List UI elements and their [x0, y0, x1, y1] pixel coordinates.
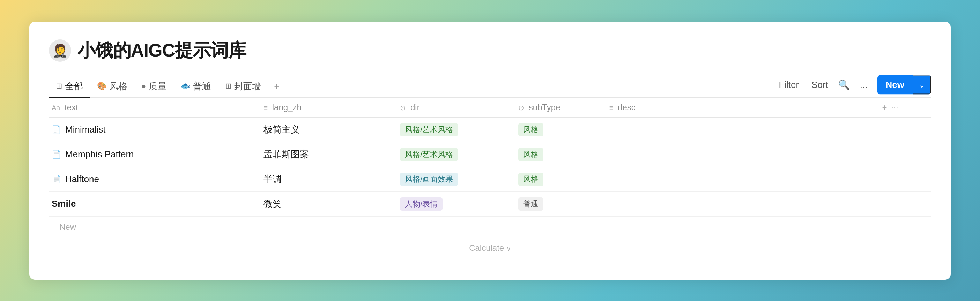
tab-cover[interactable]: ⊞ 封面墙 — [218, 75, 268, 97]
dir-tag: 风格/画面效果 — [400, 173, 458, 186]
row-text-value: Memphis Pattern — [65, 149, 134, 160]
header-add-actions: + ··· — [882, 103, 926, 112]
col-header-desc: ≡ desc — [604, 98, 877, 117]
apps-icon: ⊞ — [225, 82, 231, 91]
tab-add-button[interactable]: + — [268, 76, 285, 97]
new-main-button[interactable]: New — [877, 75, 913, 95]
subtype-tag: 风格 — [518, 173, 543, 186]
fish-icon: 🐟 — [181, 82, 190, 91]
more-options-button[interactable]: ... — [857, 78, 870, 92]
doc-icon: 📄 — [52, 125, 61, 134]
doc-icon: 📄 — [52, 175, 61, 184]
circle-icon: ● — [142, 82, 146, 91]
calculate-label: Calculate — [469, 243, 504, 252]
tab-style-label: 风格 — [109, 80, 127, 92]
sort-button[interactable]: Sort — [809, 78, 831, 92]
tab-style[interactable]: 🎨 风格 — [90, 75, 134, 97]
doc-icon: 📄 — [52, 150, 61, 159]
cell-lang-1: 孟菲斯图案 — [258, 142, 395, 167]
grid-icon: ⊞ — [56, 82, 62, 91]
cell-actions-3 — [877, 192, 931, 216]
cell-actions-1 — [877, 142, 931, 167]
table-row[interactable]: 📄Halftone半调风格/画面效果风格 — [49, 167, 931, 192]
cell-desc-0 — [604, 117, 877, 142]
calculate-caret-icon: ∨ — [506, 245, 511, 252]
cell-actions-2 — [877, 167, 931, 192]
main-card: 🤵 小饿的AIGC提示词库 ⊞ 全部 🎨 风格 ● 质量 🐟 普通 ⊞ 封面墙 … — [29, 22, 951, 280]
cell-text-1: 📄Memphis Pattern — [49, 142, 258, 167]
cell-text-0: 📄Minimalist — [49, 117, 258, 142]
calculate-row[interactable]: Calculate ∨ — [49, 238, 931, 258]
cell-desc-3 — [604, 192, 877, 216]
cell-desc-1 — [604, 142, 877, 167]
subtype-tag: 普通 — [518, 197, 543, 211]
row-text-value: Halftone — [65, 174, 99, 184]
cell-dir-0: 风格/艺术风格 — [395, 117, 513, 142]
cell-lang-2: 半调 — [258, 167, 395, 192]
dir-tag: 风格/艺术风格 — [400, 123, 458, 136]
text-type-icon: Aa — [52, 104, 60, 112]
cell-dir-1: 风格/艺术风格 — [395, 142, 513, 167]
add-new-row[interactable]: + New — [49, 217, 931, 238]
tabs-bar: ⊞ 全部 🎨 风格 ● 质量 🐟 普通 ⊞ 封面墙 + Filter Sort … — [49, 75, 931, 98]
cell-dir-3: 人物/表情 — [395, 192, 513, 216]
cell-text-2: 📄Halftone — [49, 167, 258, 192]
avatar: 🤵 — [49, 40, 71, 62]
tab-all[interactable]: ⊞ 全部 — [49, 75, 90, 97]
circle-icon-dir: ⊙ — [400, 104, 406, 112]
filter-button[interactable]: Filter — [776, 78, 802, 92]
list-icon-desc: ≡ — [609, 104, 614, 112]
table-row[interactable]: Smile微笑人物/表情普通 — [49, 192, 931, 216]
row-text-value: Minimalist — [65, 124, 106, 135]
add-new-label: New — [59, 222, 76, 232]
cell-actions-0 — [877, 117, 931, 142]
cell-subtype-2: 风格 — [513, 167, 604, 192]
col-more-button[interactable]: ··· — [891, 103, 898, 112]
tab-cover-label: 封面墙 — [234, 80, 261, 92]
tab-quality[interactable]: ● 质量 — [134, 75, 174, 97]
dir-tag: 风格/艺术风格 — [400, 148, 458, 161]
table-header: Aa text ≡ lang_zh ⊙ dir ⊙ subType ≡ de — [49, 98, 931, 117]
table-row[interactable]: 📄Minimalist极简主义风格/艺术风格风格 — [49, 117, 931, 142]
col-add-button[interactable]: + — [882, 103, 887, 112]
tab-quality-label: 质量 — [149, 80, 167, 92]
page-title: 小饿的AIGC提示词库 — [78, 38, 246, 63]
row-text-value: Smile — [52, 198, 76, 209]
col-header-text: Aa text — [49, 98, 258, 117]
col-header-subtype: ⊙ subType — [513, 98, 604, 117]
subtype-tag: 风格 — [518, 148, 543, 161]
new-button-group: New ⌄ — [877, 75, 931, 95]
circle-icon-subtype: ⊙ — [518, 104, 524, 112]
cell-text-3: Smile — [49, 192, 258, 216]
tab-normal[interactable]: 🐟 普通 — [174, 75, 218, 97]
tab-all-label: 全部 — [65, 80, 83, 92]
palette-icon: 🎨 — [97, 82, 107, 91]
cell-dir-2: 风格/画面效果 — [395, 167, 513, 192]
add-icon: + — [52, 222, 57, 232]
dir-tag: 人物/表情 — [400, 197, 442, 211]
tab-normal-label: 普通 — [193, 80, 211, 92]
subtype-tag: 风格 — [518, 123, 543, 136]
data-table: Aa text ≡ lang_zh ⊙ dir ⊙ subType ≡ de — [49, 98, 931, 217]
cell-subtype-0: 风格 — [513, 117, 604, 142]
col-header-lang: ≡ lang_zh — [258, 98, 395, 117]
cell-subtype-1: 风格 — [513, 142, 604, 167]
cell-desc-2 — [604, 167, 877, 192]
list-icon-lang: ≡ — [264, 104, 268, 112]
new-caret-button[interactable]: ⌄ — [913, 75, 931, 94]
table-row[interactable]: 📄Memphis Pattern孟菲斯图案风格/艺术风格风格 — [49, 142, 931, 167]
cell-lang-0: 极简主义 — [258, 117, 395, 142]
col-header-dir: ⊙ dir — [395, 98, 513, 117]
search-button[interactable]: 🔍 — [838, 79, 850, 91]
header: 🤵 小饿的AIGC提示词库 — [49, 38, 931, 63]
cell-lang-3: 微笑 — [258, 192, 395, 216]
toolbar-right: Filter Sort 🔍 ... New ⌄ — [776, 75, 931, 97]
cell-subtype-3: 普通 — [513, 192, 604, 216]
col-header-actions: + ··· — [877, 98, 931, 117]
